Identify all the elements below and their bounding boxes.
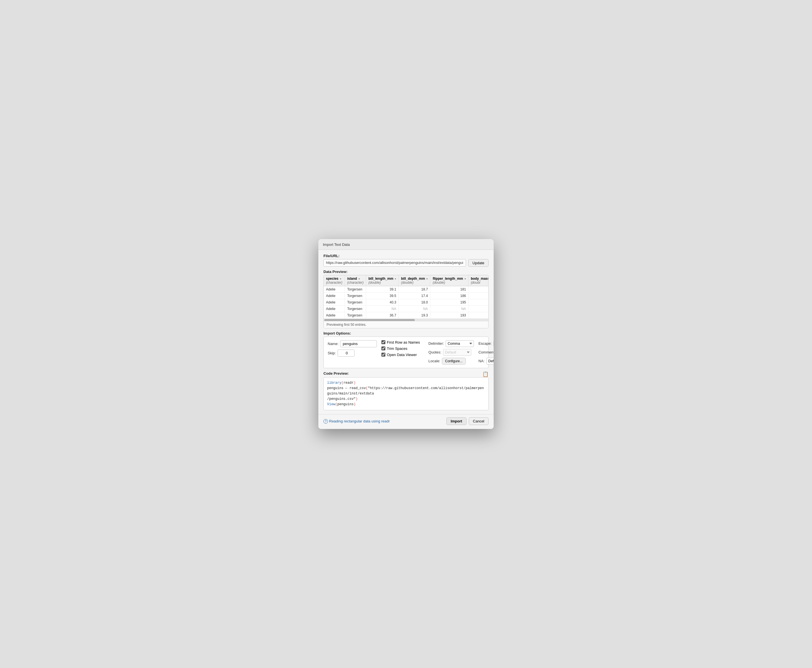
checkbox-first-row[interactable]: First Row as Names xyxy=(382,340,424,344)
title-bar: Import Text Data xyxy=(318,239,494,250)
col-header-species[interactable]: species ▾ (character) xyxy=(324,275,345,286)
dialog-footer: ? Reading rectangular data using readr I… xyxy=(318,414,494,429)
comment-row: Comment: Default None # ! xyxy=(478,349,494,356)
preview-table: species ▾ (character) island ▾ (characte… xyxy=(324,275,488,319)
code-box: library(readr) penguins ← read_csv("http… xyxy=(323,377,489,411)
dialog-body: File/URL: Update Data Preview: species xyxy=(318,250,494,414)
cell: Torgersen xyxy=(345,312,366,319)
cell: 193 xyxy=(430,312,469,319)
help-text: Reading rectangular data using readr xyxy=(329,419,390,423)
col-header-bill-depth[interactable]: bill_depth_mm ▾ (double) xyxy=(398,275,430,286)
na-label: NA: xyxy=(478,359,485,363)
col-header-flipper-length[interactable]: flipper_length_mm ▾ (double) xyxy=(430,275,469,286)
import-button[interactable]: Import xyxy=(447,418,466,425)
cell: 17.4 xyxy=(398,292,430,299)
update-button[interactable]: Update xyxy=(468,259,489,267)
col-header-bill-length[interactable]: bill_length_mm ▾ (double) xyxy=(366,275,398,286)
preview-table-wrapper[interactable]: species ▾ (character) island ▾ (characte… xyxy=(324,275,488,319)
delimiter-select[interactable]: Comma Tab Semicolon Whitespace Other xyxy=(445,340,474,347)
code-preview-section: Code Preview: 📋 library(readr) penguins … xyxy=(323,371,489,411)
checkbox-trim-spaces[interactable]: Trim Spaces xyxy=(382,346,424,351)
cell: 18.7 xyxy=(398,286,430,292)
skip-input[interactable] xyxy=(338,349,355,357)
cell: Torgersen xyxy=(345,299,366,306)
cell: 19.3 xyxy=(398,312,430,319)
na-select[interactable]: Default None NA xyxy=(486,358,494,364)
col-type-bill-depth: (double) xyxy=(401,281,428,284)
cell: NA xyxy=(430,306,469,312)
col-type-species: (character) xyxy=(326,281,342,284)
escape-comment-group: Escape: None Double Backslash Comment: D… xyxy=(478,340,494,364)
quotes-label: Quotes: xyxy=(429,350,441,354)
cell: Torgersen xyxy=(345,286,366,292)
configure-button[interactable]: Configure... xyxy=(442,358,465,364)
cell: 39.5 xyxy=(366,292,398,299)
cell xyxy=(469,312,488,319)
import-options-label: Import Options: xyxy=(323,331,489,336)
import-options-section: Import Options: Name: Skip: xyxy=(323,331,489,368)
url-input[interactable] xyxy=(323,259,466,266)
copy-icon[interactable]: 📋 xyxy=(482,371,489,377)
col-type-flipper-length: (double) xyxy=(433,281,466,284)
cell: Torgersen xyxy=(345,306,366,312)
options-box: Name: Skip: First Row as Names xyxy=(323,337,489,368)
help-link[interactable]: ? Reading rectangular data using readr xyxy=(323,419,390,424)
col-name-body-mass: body_mass_g xyxy=(471,277,488,281)
first-row-checkbox[interactable] xyxy=(382,340,385,344)
name-label: Name: xyxy=(328,342,338,346)
dialog-title: Import Text Data xyxy=(323,242,350,247)
import-dialog: Import Text Data File/URL: Update Data P… xyxy=(318,239,494,429)
name-input[interactable] xyxy=(340,340,377,347)
col-name-bill-length: bill_length_mm xyxy=(368,277,393,281)
cell: Adelie xyxy=(324,292,345,299)
col-arrow-island[interactable]: ▾ xyxy=(358,277,360,280)
open-viewer-label: Open Data Viewer xyxy=(387,352,417,357)
col-arrow-species[interactable]: ▾ xyxy=(340,277,341,280)
horizontal-scrollbar[interactable] xyxy=(324,319,488,321)
col-arrow-flipper-length[interactable]: ▾ xyxy=(465,277,466,280)
cell: 181 xyxy=(430,286,469,292)
delimiter-row: Delimiter: Comma Tab Semicolon Whitespac… xyxy=(429,340,474,347)
cell: 186 xyxy=(430,292,469,299)
table-row: Adelie Torgersen 36.7 19.3 193 xyxy=(324,312,488,319)
col-name-species: species xyxy=(326,277,338,281)
col-header-body-mass[interactable]: body_mass_g (doubl xyxy=(469,275,488,286)
code-preview-header: Code Preview: 📋 xyxy=(323,371,489,377)
na-row: NA: Default None NA xyxy=(478,358,494,364)
escape-row: Escape: None Double Backslash xyxy=(478,340,494,347)
locale-row: Locale: Configure... xyxy=(429,358,474,364)
table-row: Adelie Torgersen NA NA NA xyxy=(324,306,488,312)
col-type-body-mass: (doubl xyxy=(471,281,488,284)
col-type-island: (character) xyxy=(347,281,363,284)
first-row-label: First Row as Names xyxy=(387,340,420,344)
cell: Adelie xyxy=(324,286,345,292)
url-row: Update xyxy=(323,259,489,267)
cell: 40.3 xyxy=(366,299,398,306)
col-arrow-bill-depth[interactable]: ▾ xyxy=(426,277,428,280)
comment-label: Comment: xyxy=(478,350,494,354)
skip-label: Skip: xyxy=(328,351,336,355)
preview-container: species ▾ (character) island ▾ (characte… xyxy=(323,275,489,328)
help-icon: ? xyxy=(323,419,328,424)
code-line-2: penguins ← read_csv("https://raw.githubu… xyxy=(327,386,485,396)
col-arrow-bill-length[interactable]: ▾ xyxy=(395,277,396,280)
name-row: Name: xyxy=(328,340,377,347)
escape-label: Escape: xyxy=(478,341,492,346)
cell xyxy=(469,292,488,299)
file-url-label: File/URL: xyxy=(323,254,489,258)
cell: 18.0 xyxy=(398,299,430,306)
checkbox-open-viewer[interactable]: Open Data Viewer xyxy=(382,352,424,357)
cancel-button[interactable]: Cancel xyxy=(469,418,489,425)
cell: NA xyxy=(366,306,398,312)
open-viewer-checkbox[interactable] xyxy=(382,352,385,357)
quotes-select[interactable]: Default None Double Single xyxy=(443,349,471,356)
cell: Torgersen xyxy=(345,292,366,299)
trim-spaces-checkbox[interactable] xyxy=(382,346,385,351)
col-name-island: island xyxy=(347,277,357,281)
file-url-section: File/URL: Update xyxy=(323,254,489,267)
cell: 195 xyxy=(430,299,469,306)
col-header-island[interactable]: island ▾ (character) xyxy=(345,275,366,286)
table-row: Adelie Torgersen 40.3 18.0 195 xyxy=(324,299,488,306)
delimiter-label: Delimiter: xyxy=(429,341,444,346)
escape-select[interactable]: None Double Backslash xyxy=(493,340,494,347)
